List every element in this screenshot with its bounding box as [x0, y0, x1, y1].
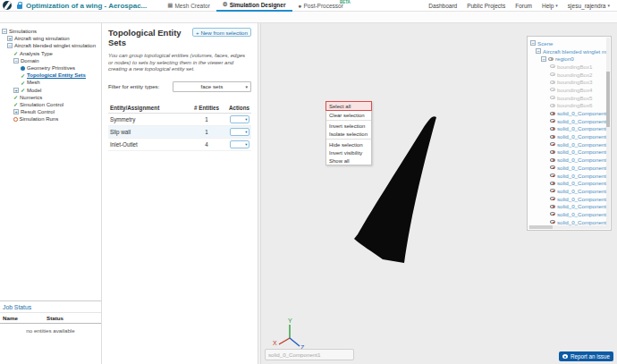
- scene-label: solid_0_Component8: [557, 165, 609, 171]
- nav-dashboard[interactable]: Dashboard: [428, 3, 457, 9]
- report-issue-button[interactable]: Report an issue: [559, 351, 613, 361]
- sidebar-item-simulation-runs[interactable]: Simulation Runs: [0, 115, 101, 123]
- scene-region-node[interactable]: − region0: [529, 55, 609, 63]
- tab-post-processor[interactable]: ● Post-Processor BETA: [292, 0, 350, 12]
- expand-icon[interactable]: +: [7, 36, 13, 41]
- expand-icon[interactable]: +: [13, 109, 19, 114]
- eye-icon[interactable]: [550, 150, 555, 154]
- entity-type-filter-select[interactable]: face sets ▾: [173, 81, 251, 92]
- scene-item-solid[interactable]: solid_0_Component12: [529, 195, 609, 203]
- menu-item-invert-visibility[interactable]: Invert visibility: [326, 148, 371, 157]
- eye-icon[interactable]: [550, 80, 555, 84]
- new-from-selection-button[interactable]: + New from selection: [192, 28, 251, 37]
- nav-public-projects[interactable]: Public Projects: [467, 3, 505, 9]
- scene-item-solid[interactable]: solid_0_Component7: [529, 156, 609, 164]
- actions-select[interactable]: ▾: [230, 140, 249, 148]
- simscale-logo-icon[interactable]: [3, 1, 12, 10]
- eye-icon[interactable]: [550, 142, 555, 146]
- actions-select[interactable]: ▾: [230, 115, 249, 123]
- tab-mesh-creator[interactable]: ▦ Mesh Creator: [161, 0, 216, 12]
- collapse-icon[interactable]: −: [2, 29, 7, 34]
- sidebar-item-topological-entity-sets[interactable]: ✓ Topological Entity Sets: [0, 72, 101, 79]
- sidebar-item-simulations[interactable]: − Simulations: [0, 28, 101, 35]
- eye-icon[interactable]: [550, 212, 555, 216]
- eye-icon[interactable]: [550, 96, 555, 99]
- scene-item-boundingbox[interactable]: boundingBox1: [529, 63, 609, 71]
- scene-scrollbar-vertical[interactable]: [606, 38, 610, 229]
- scene-item-boundingbox[interactable]: boundingBox3: [529, 78, 609, 86]
- collapse-icon[interactable]: −: [536, 48, 541, 54]
- eye-icon[interactable]: [550, 220, 555, 224]
- scene-item-solid[interactable]: solid_0_Component1: [529, 109, 609, 117]
- sidebar-item-aircraft-wing-simulation[interactable]: + Aircraft wing simulation: [0, 35, 101, 42]
- scene-item-solid[interactable]: solid_0_Component14: [529, 210, 609, 218]
- scene-item-solid[interactable]: solid_0_Component2: [529, 117, 609, 125]
- menu-item-show-all[interactable]: Show all: [326, 157, 371, 165]
- sidebar-item-analysis-type[interactable]: ✓ Analysis Type: [0, 50, 101, 57]
- scrollbar-thumb[interactable]: [529, 225, 553, 229]
- scene-item-boundingbox[interactable]: boundingBox4: [529, 86, 609, 94]
- scene-scrollbar-horizontal[interactable]: [528, 225, 607, 229]
- menu-item-hide-selection[interactable]: Hide selection: [326, 140, 371, 148]
- eye-icon[interactable]: [550, 174, 555, 177]
- eye-icon[interactable]: [550, 189, 555, 192]
- scene-item-solid[interactable]: solid_0_Component3: [529, 125, 609, 133]
- sidebar-item-geometry-primitives[interactable]: Geometry Primitives: [0, 64, 101, 72]
- scene-root[interactable]: − Scene: [529, 39, 609, 47]
- scene-item-boundingbox[interactable]: boundingBox5: [529, 94, 609, 102]
- eye-icon[interactable]: [550, 64, 555, 68]
- sidebar-item-aircraft-blended-winglet-simulation[interactable]: − Aircraft blended winglet simulation: [0, 42, 101, 49]
- eye-icon[interactable]: [548, 57, 554, 61]
- eye-icon[interactable]: [550, 88, 555, 91]
- sidebar-item-model[interactable]: + ✓ Model: [0, 87, 101, 94]
- eye-icon[interactable]: [550, 158, 555, 162]
- eye-icon[interactable]: [550, 135, 555, 139]
- eye-icon[interactable]: [550, 182, 555, 185]
- scene-item-solid[interactable]: solid_0_Component11: [529, 187, 609, 195]
- scene-item-solid[interactable]: solid_0_Component8: [529, 164, 609, 172]
- eye-icon[interactable]: [550, 165, 555, 169]
- menu-item-clear-selection[interactable]: Clear selection: [326, 111, 371, 119]
- collapse-icon[interactable]: −: [530, 40, 536, 46]
- eye-icon[interactable]: [550, 119, 555, 123]
- viewport-3d[interactable]: Select all Clear selection Invert select…: [261, 23, 617, 364]
- eye-icon[interactable]: [550, 112, 555, 115]
- collapse-icon[interactable]: −: [7, 43, 13, 48]
- scrollbar-thumb[interactable]: [606, 72, 610, 127]
- table-row[interactable]: Inlet-Outlet 4 ▾: [108, 139, 251, 151]
- eye-icon[interactable]: [550, 197, 555, 200]
- sidebar-item-result-control[interactable]: + Result Control: [0, 108, 101, 115]
- scene-item-solid[interactable]: solid_0_Component13: [529, 202, 609, 210]
- sidebar-item-numerics[interactable]: ✓ Numerics: [0, 94, 101, 101]
- nav-forum[interactable]: Forum: [515, 3, 532, 9]
- scene-item-boundingbox[interactable]: boundingBox6: [529, 102, 609, 110]
- sidebar-item-domain[interactable]: − Domain: [0, 57, 101, 64]
- expand-icon[interactable]: +: [13, 88, 19, 93]
- nav-help[interactable]: Help▾: [542, 3, 558, 9]
- collapse-icon[interactable]: −: [13, 58, 19, 63]
- eye-icon[interactable]: [550, 72, 555, 76]
- scene-item-boundingbox[interactable]: boundingBox2: [529, 71, 609, 79]
- project-title[interactable]: Optimization of a wing - Aerospac...: [26, 2, 147, 10]
- table-row[interactable]: Slip wall 1 ▾: [108, 126, 251, 139]
- tab-simulation-designer[interactable]: ⚙ Simulation Designer: [216, 0, 292, 12]
- eye-icon[interactable]: [550, 104, 555, 107]
- sidebar-item-mesh[interactable]: ✓ Mesh: [0, 79, 101, 86]
- menu-item-isolate-selection[interactable]: Isolate selection: [326, 130, 371, 138]
- scene-item-solid[interactable]: solid_0_Component4: [529, 132, 609, 140]
- scene-item-solid[interactable]: solid_0_Component5: [529, 140, 609, 148]
- sidebar-item-label: Geometry Primitives: [27, 65, 75, 71]
- menu-item-select-all[interactable]: Select all: [325, 101, 372, 111]
- eye-icon[interactable]: [550, 127, 555, 131]
- collapse-icon[interactable]: −: [541, 56, 546, 62]
- table-row[interactable]: Symmetry 1 ▾: [108, 114, 251, 126]
- sidebar-item-simulation-control[interactable]: ✓ Simulation Control: [0, 101, 101, 108]
- scene-mesh-node[interactable]: − Aircraft blended winglet mesh: [529, 47, 609, 55]
- scene-item-solid[interactable]: solid_0_Component6: [529, 148, 609, 157]
- scene-item-solid[interactable]: solid_0_Component9: [529, 172, 609, 180]
- actions-select[interactable]: ▾: [230, 128, 249, 136]
- scene-item-solid[interactable]: solid_0_Component10: [529, 179, 609, 187]
- eye-icon[interactable]: [550, 205, 555, 208]
- menu-item-invert-selection[interactable]: Invert selection: [326, 122, 371, 130]
- user-menu[interactable]: sjesu_rajendra▾: [568, 3, 610, 9]
